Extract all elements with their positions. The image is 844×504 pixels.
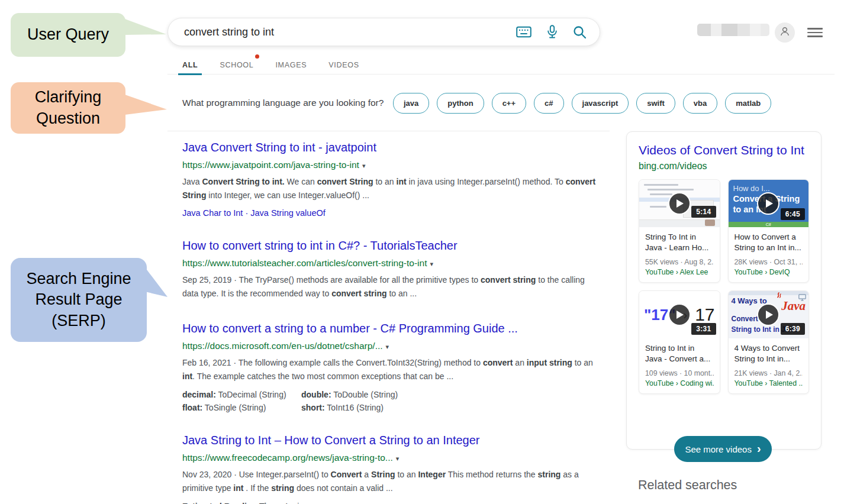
videos-grid: 5:14 String To Int in Java - Learn Ho...…: [639, 179, 809, 394]
clarifying-chips: java python c++ c# javascript swift vba …: [393, 93, 771, 114]
video-title: String To Int in Java - Learn Ho...: [645, 232, 714, 253]
video-duration: 6:39: [781, 323, 805, 335]
chip-swift[interactable]: swift: [636, 93, 675, 114]
video-channel: YouTube › Coding wi...: [645, 379, 714, 387]
annotation-serp: Search Engine Result Page (SERP): [11, 258, 147, 342]
video-duration: 3:31: [691, 323, 716, 335]
result-url[interactable]: https://www.tutorialsteacher.com/article…: [182, 258, 600, 269]
videos-panel-source: bing.com/videos: [639, 161, 809, 172]
chevron-down-icon[interactable]: ▾: [386, 343, 389, 350]
video-duration: 5:14: [691, 206, 716, 218]
person-icon: [778, 25, 791, 40]
chevron-down-icon[interactable]: ▾: [430, 260, 433, 267]
search-bar-icons: [516, 25, 587, 39]
play-icon: [668, 192, 691, 215]
tab-videos[interactable]: VIDEOS: [328, 56, 359, 75]
videos-panel: Videos of Convert String to Int bing.com…: [626, 131, 822, 450]
video-channel: YouTube › DevIQ: [735, 268, 803, 276]
chevron-down-icon[interactable]: ▾: [396, 455, 400, 462]
chip-vba[interactable]: vba: [683, 93, 717, 114]
result-title-link[interactable]: Java Convert String to int - javatpoint: [182, 141, 600, 154]
screen-share-icon: [798, 293, 806, 303]
result-snippet: Nov 23, 2020 · Use Integer.parseInt() to…: [182, 468, 600, 495]
callout-tail: [125, 93, 167, 115]
video-views: 21K views · Jan 4, 2...: [735, 369, 803, 377]
video-card[interactable]: "17" › 17 3:31 String to Int in Java - C…: [639, 290, 720, 394]
result-snippet: Java Convert String to int. We can conve…: [182, 175, 600, 202]
video-title: How to Convert a String to an Int in...: [735, 232, 803, 253]
result-url[interactable]: https://www.freecodecamp.org/news/java-s…: [182, 453, 600, 463]
chevron-down-icon[interactable]: ▾: [362, 162, 366, 169]
result-snippet: Sep 25, 2019 · The TryParse() methods ar…: [182, 273, 600, 301]
callout-tail: [125, 18, 167, 36]
video-duration: 6:45: [781, 208, 805, 220]
video-title: 4 Ways to Convert String to Int in...: [735, 343, 803, 364]
video-thumbnail: How do I... Convert a String to an Int C…: [729, 180, 809, 227]
result-title-link[interactable]: How to convert string to int in C#? - Tu…: [182, 239, 600, 253]
video-channel: YouTube › Alex Lee: [645, 268, 714, 276]
chip-cpp[interactable]: c++: [492, 93, 526, 114]
search-bar: convert string to int: [167, 18, 600, 46]
tab-all[interactable]: ALL: [182, 56, 198, 75]
chevron-right-icon: ›: [757, 442, 761, 455]
chip-python[interactable]: python: [437, 93, 484, 114]
callout-tail: [145, 266, 169, 299]
video-card[interactable]: How do I... Convert a String to an Int C…: [728, 179, 810, 283]
play-icon: [668, 303, 691, 326]
divider: [167, 131, 610, 131]
serp-tabs: ALL SCHOOL IMAGES VIDEOS: [167, 56, 835, 75]
chip-java[interactable]: java: [393, 93, 429, 114]
chip-matlab[interactable]: matlab: [725, 93, 771, 114]
video-channel: YouTube › Talented ...: [735, 379, 803, 387]
video-title: String to Int in Java - Convert a...: [645, 343, 714, 364]
result-title-link[interactable]: How to convert a string to a number - C#…: [182, 322, 600, 335]
search-result: Java String to Int – How to Convert a St…: [182, 434, 600, 504]
tab-images[interactable]: IMAGES: [275, 56, 307, 75]
chip-javascript[interactable]: javascript: [572, 93, 629, 114]
result-url[interactable]: https://docs.microsoft.com/en-us/dotnet/…: [182, 341, 600, 351]
profile-avatar[interactable]: [775, 22, 795, 43]
reading-time: Estimated Reading Time: 4 mins: [182, 502, 600, 504]
search-result: How to convert a string to a number - C#…: [182, 322, 600, 412]
video-card[interactable]: 4 Ways to Java Convert String to Int in …: [728, 290, 810, 394]
tab-school[interactable]: SCHOOL: [220, 56, 253, 75]
result-spec-table: decimal: ToDecimal (String) double: ToDo…: [182, 390, 600, 412]
redacted-account-label: [697, 24, 769, 36]
search-input[interactable]: convert string to int: [184, 26, 516, 38]
menu-icon[interactable]: [807, 28, 823, 37]
video-thumbnail: 4 Ways to Java Convert String to Int in …: [729, 291, 809, 338]
video-thumbnail: "17" › 17 3:31: [639, 291, 720, 338]
video-views: 55K views · Aug 8, 2...: [645, 258, 714, 266]
video-views: 109 views · 10 mont...: [645, 369, 714, 377]
video-card[interactable]: 5:14 String To Int in Java - Learn Ho...…: [639, 179, 720, 283]
video-thumbnail: 5:14: [639, 180, 720, 227]
video-views: 28K views · Oct 31, ...: [735, 258, 803, 266]
related-searches-heading: Related searches: [638, 478, 737, 493]
keyboard-icon[interactable]: [516, 26, 531, 38]
result-url[interactable]: https://www.javatpoint.com/java-string-t…: [182, 160, 600, 170]
result-snippet: Feb 16, 2021 · The following example cal…: [182, 356, 600, 383]
clarifying-question-text: What programming language are you lookin…: [182, 98, 384, 108]
play-icon: [757, 192, 779, 215]
mic-icon[interactable]: [546, 25, 558, 39]
result-sitelinks[interactable]: Java Char to Int · Java String valueOf: [182, 208, 600, 218]
annotation-clarifying-question: Clarifying Question: [11, 82, 125, 134]
result-title-link[interactable]: Java String to Int – How to Convert a St…: [182, 434, 600, 447]
play-icon: [757, 303, 779, 326]
serp-page: convert string to int ALL SCHOOL IMAGES …: [0, 0, 844, 504]
results-column: Java Convert String to int - javatpoint …: [182, 141, 600, 504]
notification-dot: [255, 54, 259, 59]
videos-panel-title-link[interactable]: Videos of Convert String to Int: [639, 142, 809, 159]
annotation-user-query: User Query: [11, 13, 125, 57]
search-icon[interactable]: [573, 25, 587, 39]
search-result: How to convert string to int in C#? - Tu…: [182, 239, 600, 301]
see-more-videos-button[interactable]: See more videos›: [674, 436, 772, 462]
search-result: Java Convert String to int - javatpoint …: [182, 141, 600, 218]
chip-csharp[interactable]: c#: [534, 93, 563, 114]
